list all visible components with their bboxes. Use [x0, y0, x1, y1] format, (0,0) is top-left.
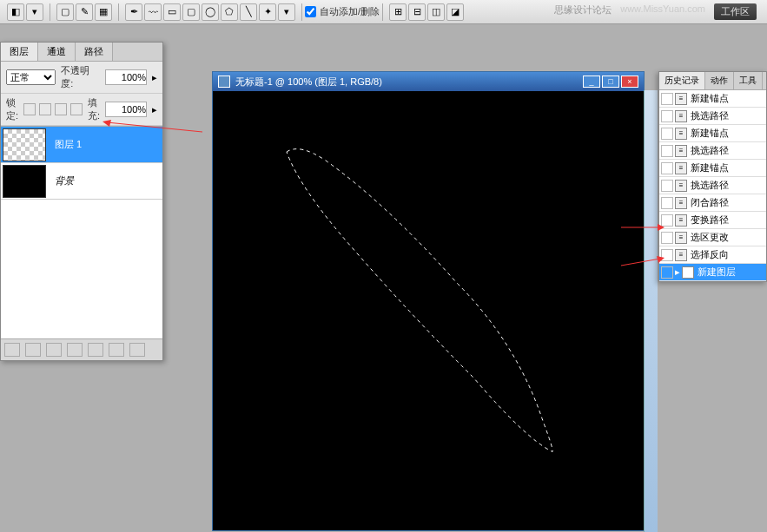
layer-group-icon[interactable] [88, 343, 103, 357]
lock-position-icon[interactable] [55, 103, 67, 115]
link-layers-icon[interactable] [4, 343, 20, 357]
layers-panel-footer [1, 338, 162, 360]
ellipse-icon[interactable]: ◯ [202, 3, 219, 21]
freeform-pen-icon[interactable]: 〰 [144, 3, 162, 21]
document-titlebar[interactable]: 无标题-1 @ 100% (图层 1, RGB/8) _ □ × [213, 72, 644, 91]
window-buttons: _ □ × [583, 76, 638, 88]
opacity-dropdown-icon[interactable]: ▸ [152, 72, 157, 83]
workspace-button[interactable]: 工作区 [714, 3, 757, 20]
layers-panel: 图层 通道 路径 正常 不透明度: ▸ 锁定: 填充: ▸ 图层 1 背景 [0, 42, 163, 361]
history-brush-checkbox[interactable] [661, 180, 673, 192]
tool-preset-button[interactable]: ◧ [7, 3, 24, 21]
history-step-icon: ≡ [675, 232, 687, 244]
lock-image-icon[interactable] [39, 103, 51, 115]
path-intersect-icon[interactable]: ◫ [427, 3, 445, 21]
paths-icon[interactable]: ✎ [76, 3, 93, 21]
layer-item[interactable]: 背景 [1, 163, 162, 200]
auto-add-delete-input[interactable] [305, 6, 316, 17]
maximize-button[interactable]: □ [602, 76, 619, 88]
history-item[interactable]: ≡选择反向 [659, 246, 766, 264]
history-item[interactable]: ▸≡新建图层 [659, 264, 766, 281]
path-subtract-icon[interactable]: ⊟ [408, 3, 426, 21]
history-item[interactable]: ≡挑选路径 [659, 142, 766, 160]
history-step-label: 新建锚点 [691, 161, 729, 174]
path-exclude-icon[interactable]: ◪ [446, 3, 464, 21]
separator [301, 3, 302, 21]
layer-mask-icon[interactable] [46, 343, 62, 357]
pen-icon[interactable]: ✒ [125, 3, 142, 21]
history-brush-checkbox[interactable] [661, 232, 673, 244]
tool-preset-dropdown[interactable]: ▾ [26, 3, 43, 21]
rounded-rect-icon[interactable]: ▢ [182, 3, 200, 21]
history-step-icon: ≡ [675, 180, 687, 192]
history-step-label: 挑选路径 [691, 144, 729, 157]
history-item[interactable]: ≡新建锚点 [659, 160, 766, 177]
minimize-button[interactable]: _ [583, 76, 600, 88]
fill-input[interactable] [105, 102, 147, 117]
path-add-icon[interactable]: ⊞ [389, 3, 407, 21]
history-brush-checkbox[interactable] [661, 214, 673, 227]
document-icon [218, 76, 230, 88]
history-step-label: 新建锚点 [691, 127, 729, 140]
watermark: www.MissYuan.com [620, 3, 705, 20]
history-brush-checkbox[interactable] [661, 266, 673, 279]
layer-name: 背景 [55, 174, 74, 187]
history-item[interactable]: ≡闭合路径 [659, 194, 766, 212]
history-brush-checkbox[interactable] [661, 249, 673, 261]
history-step-icon: ≡ [675, 162, 687, 174]
blend-mode-select[interactable]: 正常 [6, 69, 56, 85]
opacity-input[interactable] [105, 69, 147, 85]
auto-add-delete-checkbox[interactable]: 自动添加/删除 [305, 5, 380, 18]
history-item[interactable]: ≡新建锚点 [659, 90, 766, 108]
forum-name: 思缘设计论坛 [554, 3, 612, 20]
pen-tool-group: ✒ 〰 ▭ ▢ ◯ ⬠ ╲ ✦ ▾ [122, 3, 299, 21]
history-brush-checkbox[interactable] [661, 197, 673, 209]
history-brush-checkbox[interactable] [661, 128, 673, 140]
delete-layer-icon[interactable] [129, 343, 145, 357]
tab-tools[interactable]: 工具 [734, 72, 763, 89]
fill-label: 填充: [88, 96, 100, 122]
history-item[interactable]: ≡新建锚点 [659, 125, 766, 142]
history-item[interactable]: ≡挑选路径 [659, 177, 766, 194]
layer-style-icon[interactable] [25, 343, 41, 357]
history-step-icon: ≡ [682, 266, 694, 279]
lock-transparency-icon[interactable] [23, 103, 36, 115]
options-bar: ◧ ▾ ▢ ✎ ▦ ✒ 〰 ▭ ▢ ◯ ⬠ ╲ ✦ ▾ 自动添加/删除 ⊞ ⊟ … [0, 0, 767, 24]
new-layer-icon[interactable] [109, 343, 124, 357]
history-brush-checkbox[interactable] [661, 110, 673, 122]
fill-dropdown-icon[interactable]: ▸ [152, 104, 157, 115]
tab-channels[interactable]: 通道 [38, 43, 76, 61]
tab-layers[interactable]: 图层 [1, 43, 38, 61]
history-step-icon: ≡ [675, 145, 687, 157]
marching-ants-selection [213, 91, 645, 532]
separator [382, 3, 383, 21]
tab-history[interactable]: 历史记录 [659, 72, 705, 89]
history-item[interactable]: ≡挑选路径 [659, 108, 766, 125]
history-item[interactable]: ≡变换路径 [659, 212, 766, 229]
shape-layers-icon[interactable]: ▢ [56, 3, 74, 21]
tab-actions[interactable]: 动作 [705, 72, 734, 89]
fill-pixels-icon[interactable]: ▦ [95, 3, 112, 21]
close-button[interactable]: × [621, 76, 638, 88]
history-item[interactable]: ≡选区更改 [659, 229, 766, 246]
brand-area: 思缘设计论坛 www.MissYuan.com 工作区 [554, 3, 764, 20]
adjustment-layer-icon[interactable] [67, 343, 83, 357]
history-brush-checkbox[interactable] [661, 162, 673, 174]
current-state-marker: ▸ [675, 266, 680, 278]
layer-thumbnail[interactable] [3, 165, 46, 198]
tab-paths[interactable]: 路径 [76, 43, 113, 61]
history-step-label: 选择反向 [691, 248, 729, 261]
shape-options-dropdown[interactable]: ▾ [278, 3, 295, 21]
layer-item[interactable]: 图层 1 [1, 127, 162, 163]
lock-fill-row: 锁定: 填充: ▸ [1, 94, 162, 126]
layer-thumbnail[interactable] [3, 128, 46, 161]
history-brush-checkbox[interactable] [661, 145, 673, 157]
document-scrollbar[interactable] [644, 90, 658, 532]
canvas-area[interactable] [213, 91, 644, 530]
custom-shape-icon[interactable]: ✦ [259, 3, 276, 21]
lock-all-icon[interactable] [70, 103, 83, 115]
line-icon[interactable]: ╲ [240, 3, 257, 21]
polygon-icon[interactable]: ⬠ [221, 3, 238, 21]
history-brush-checkbox[interactable] [661, 93, 673, 105]
rect-icon[interactable]: ▭ [163, 3, 181, 21]
